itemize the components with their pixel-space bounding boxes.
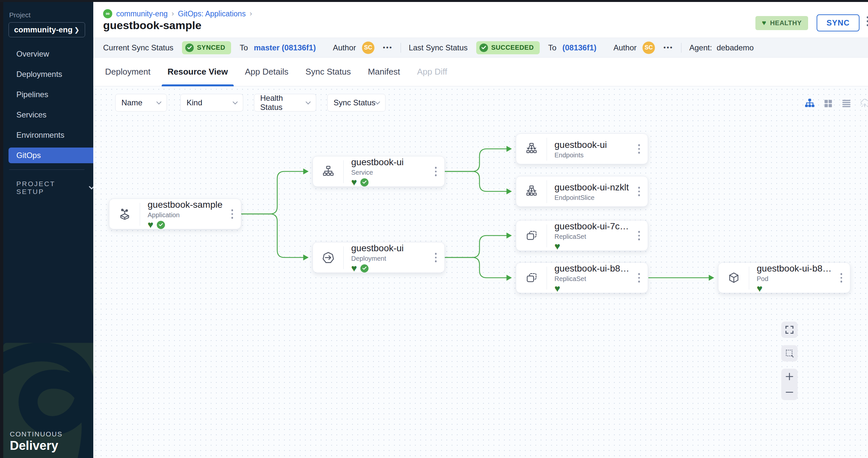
last-author-avatar[interactable]: SC xyxy=(643,41,655,54)
current-author-label: Author xyxy=(333,43,356,52)
sidebar-item-services[interactable]: Services xyxy=(3,105,93,125)
node-kind: Endpoints xyxy=(554,151,631,159)
header-kebab-menu[interactable] xyxy=(865,17,868,26)
page-header: ∞ community-eng › GitOps: Applications ›… xyxy=(93,2,868,38)
current-author-avatar[interactable]: SC xyxy=(362,41,374,54)
endpointslice-icon xyxy=(521,176,542,207)
node-kind: Deployment xyxy=(351,254,428,263)
brand-continuous: CONTINUOUS xyxy=(10,430,63,438)
succeeded-badge: SUCCEEDED xyxy=(476,41,540,54)
sidebar-item-environments[interactable]: Environments xyxy=(3,125,93,145)
project-label: Project xyxy=(9,11,30,19)
sidebar-nav: Overview Deployments Pipelines Services … xyxy=(3,44,93,166)
node-kind: EndpointSlice xyxy=(554,193,631,202)
node-title: guestbook-ui-b848d5d9d xyxy=(554,263,631,274)
tab-sync-status[interactable]: Sync Status xyxy=(298,58,358,86)
resource-graph-canvas[interactable]: Name Kind Health Status Sync Status xyxy=(93,87,868,458)
node-status: ♥ xyxy=(554,284,631,293)
last-revision-link[interactable]: (08136f1) xyxy=(562,43,596,52)
fullscreen-button[interactable] xyxy=(781,322,798,338)
node-status: ♥ xyxy=(351,177,428,187)
sidebar-item-overview[interactable]: Overview xyxy=(3,44,93,64)
brand-text: CONTINUOUS Delivery xyxy=(10,430,63,453)
project-setup-toggle[interactable]: PROJECT SETUP xyxy=(17,180,93,196)
agent-label: Agent: xyxy=(689,43,712,52)
replicaset-icon xyxy=(521,263,542,293)
node-title: guestbook-ui xyxy=(351,243,428,254)
tab-resource-view[interactable]: Resource View xyxy=(160,58,235,86)
main-panel: ∞ community-eng › GitOps: Applications ›… xyxy=(93,2,868,458)
pod-icon xyxy=(723,263,745,293)
marquee-select-button[interactable] xyxy=(781,345,798,361)
statusbar-divider xyxy=(681,43,681,53)
node-menu-button[interactable] xyxy=(433,251,439,264)
zoom-in-button[interactable] xyxy=(784,372,794,382)
page-title: guestbook-sample xyxy=(103,19,201,32)
current-more-dots[interactable]: ••• xyxy=(383,44,393,52)
node-menu-button[interactable] xyxy=(636,271,642,285)
node-pod-guestbook-ui-b848d5d9[interactable]: guestbook-ui-b848d5d9... Pod ♥ xyxy=(718,262,850,293)
synced-badge: SYNCED xyxy=(182,41,231,54)
tab-app-diff[interactable]: App Diff xyxy=(410,58,454,86)
check-circle-icon xyxy=(185,43,194,52)
breadcrumb-applications-link[interactable]: GitOps: Applications xyxy=(178,9,246,18)
node-menu-button[interactable] xyxy=(636,229,642,242)
current-revision-link[interactable]: master (08136f1) xyxy=(254,43,315,52)
succeeded-badge-label: SUCCEEDED xyxy=(491,44,534,52)
sync-status-bar: Current Sync Status SYNCED To master (08… xyxy=(93,38,868,58)
node-menu-button[interactable] xyxy=(839,271,844,285)
zoom-out-button[interactable] xyxy=(784,387,794,397)
heart-icon: ♥ xyxy=(762,19,766,27)
node-endpoints-guestbook-ui[interactable]: guestbook-ui Endpoints xyxy=(516,133,648,164)
sidebar-item-deployments[interactable]: Deployments xyxy=(3,64,93,85)
last-author-label: Author xyxy=(613,43,637,52)
breadcrumb: ∞ community-eng › GitOps: Applications › xyxy=(103,9,252,18)
sync-button[interactable]: SYNC xyxy=(816,14,860,31)
node-status: ♥ xyxy=(757,284,833,293)
node-title: guestbook-ui xyxy=(351,157,428,168)
node-status: ♥ xyxy=(351,264,428,273)
node-service-guestbook-ui[interactable]: guestbook-ui Service ♥ xyxy=(313,156,445,187)
node-menu-button[interactable] xyxy=(229,207,235,221)
breadcrumb-project-link[interactable]: community-eng xyxy=(116,9,167,18)
node-menu-button[interactable] xyxy=(433,165,439,178)
tab-app-details[interactable]: App Details xyxy=(238,58,296,86)
tab-deployment[interactable]: Deployment xyxy=(98,58,158,86)
brand-delivery: Delivery xyxy=(10,439,63,453)
healthy-heart-icon: ♥ xyxy=(757,284,763,293)
node-kind: ReplicaSet xyxy=(554,274,631,283)
agent-name: debademo xyxy=(716,43,753,52)
synced-check-icon xyxy=(157,221,165,229)
last-more-dots[interactable]: ••• xyxy=(663,44,673,52)
node-replicaset-guestbook-ui-b848d5d9d[interactable]: guestbook-ui-b848d5d9d ReplicaSet ♥ xyxy=(516,262,648,293)
chevron-down-icon xyxy=(89,184,93,189)
node-title: guestbook-ui xyxy=(554,139,631,151)
node-kind: Service xyxy=(351,168,428,177)
node-title: guestbook-sample xyxy=(148,199,224,210)
healthy-heart-icon: ♥ xyxy=(351,264,357,272)
node-status: ♥ xyxy=(554,242,631,251)
project-setup-label: PROJECT SETUP xyxy=(17,180,79,196)
node-menu-button[interactable] xyxy=(636,142,642,156)
sidebar-item-pipelines[interactable]: Pipelines xyxy=(3,85,93,105)
sidebar-item-gitops[interactable]: GitOps xyxy=(8,148,93,163)
tab-manifest[interactable]: Manifest xyxy=(361,58,407,86)
node-status: ♥ xyxy=(148,220,224,229)
current-to-label: To xyxy=(240,43,248,52)
replicaset-icon xyxy=(521,221,542,251)
header-actions: ♥ HEALTHY SYNC xyxy=(755,14,860,31)
gitops-logo-icon: ∞ xyxy=(103,9,112,18)
node-replicaset-guestbook-ui-7c64987dc9[interactable]: guestbook-ui-7c64987dc9 ReplicaSet ♥ xyxy=(516,220,648,251)
project-selector[interactable]: community-eng ❯ xyxy=(8,22,85,37)
service-icon xyxy=(317,156,339,187)
check-circle-icon xyxy=(479,43,488,52)
node-endpointslice-guestbook-ui-nzklt[interactable]: guestbook-ui-nzklt EndpointSlice xyxy=(516,176,648,207)
node-menu-button[interactable] xyxy=(636,185,642,198)
node-deployment-guestbook-ui[interactable]: guestbook-ui Deployment ♥ xyxy=(313,242,445,273)
statusbar-divider xyxy=(401,43,401,53)
last-sync-label: Last Sync Status xyxy=(409,43,468,52)
deployment-icon xyxy=(317,242,339,273)
node-application-guestbook-sample[interactable]: guestbook-sample Application ♥ xyxy=(109,199,241,229)
chevron-right-icon: ❯ xyxy=(74,26,80,34)
breadcrumb-separator: › xyxy=(250,9,252,18)
